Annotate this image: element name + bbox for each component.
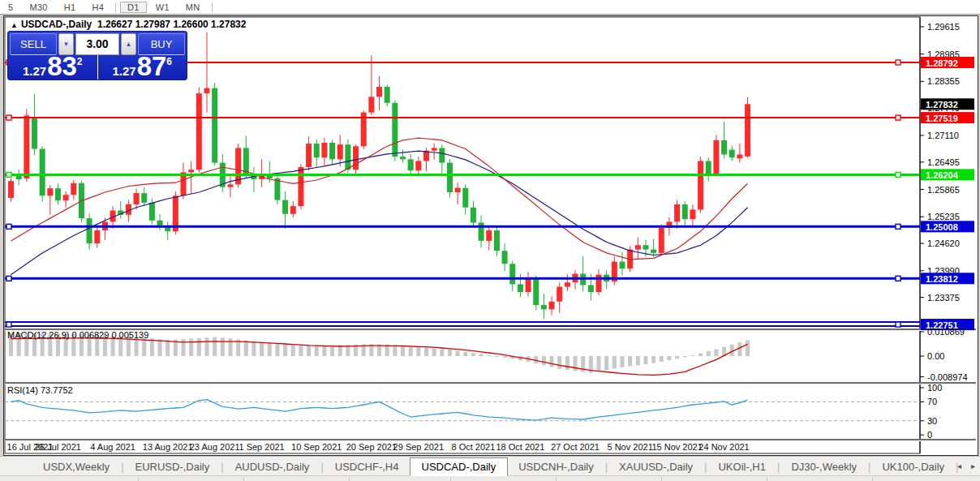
- macd-histogram-bar: [409, 346, 413, 356]
- macd-histogram-bar: [221, 337, 225, 356]
- hline-1.26204[interactable]: [5, 172, 920, 177]
- macd-histogram-bar: [707, 351, 711, 356]
- timeframe-button-W1[interactable]: W1: [148, 2, 177, 13]
- hline-handle[interactable]: [896, 172, 900, 177]
- candle-body: [274, 178, 280, 200]
- candle-body: [462, 188, 468, 208]
- macd-histogram-bar: [690, 355, 694, 356]
- chart-window[interactable]: 1.296151.289851.283551.277401.271101.264…: [3, 15, 978, 456]
- macd-histogram-bar: [550, 356, 554, 367]
- timeframe-button-H4[interactable]: H4: [84, 2, 111, 13]
- volume-increase-button[interactable]: ▲: [121, 33, 136, 55]
- macd-histogram-bar: [471, 353, 475, 356]
- hline-handle[interactable]: [6, 322, 11, 327]
- hline-handle[interactable]: [6, 172, 11, 177]
- hline-handle[interactable]: [896, 276, 900, 281]
- symbol-tab-uk100-daily[interactable]: UK100-,Daily: [871, 458, 955, 475]
- candle-body: [408, 159, 414, 170]
- hline-1.23812[interactable]: [5, 276, 920, 281]
- svg-text:1.28792: 1.28792: [926, 58, 958, 68]
- macd-histogram-bar: [393, 345, 397, 356]
- symbol-tab-usdchf-h4[interactable]: USDCHF-,H4: [325, 458, 410, 475]
- candle-body: [509, 264, 515, 284]
- candle-body: [55, 188, 61, 200]
- date-tick-label: 29 Sep 2021: [393, 442, 444, 452]
- candle-body: [368, 97, 374, 112]
- candle-body: [196, 93, 202, 170]
- macd-histogram-bar: [503, 356, 507, 358]
- macd-histogram-bar: [714, 349, 718, 356]
- hline-handle[interactable]: [6, 224, 11, 229]
- candle-body: [706, 161, 711, 174]
- hline-handle[interactable]: [896, 322, 900, 327]
- volume-input[interactable]: 3.00: [75, 33, 119, 55]
- macd-histogram-bar: [150, 338, 154, 356]
- hline-handle[interactable]: [896, 115, 900, 120]
- macd-histogram-bar: [698, 354, 703, 356]
- candle-body: [659, 228, 664, 253]
- hline-1.22751[interactable]: [5, 322, 920, 327]
- candle-body: [721, 140, 727, 155]
- symbol-tab-audusd-daily[interactable]: AUDUSD-,Daily: [225, 458, 320, 475]
- candle-body: [321, 143, 327, 157]
- timeframe-button-5[interactable]: 5: [1, 2, 20, 13]
- candle-body: [619, 262, 625, 269]
- macd-histogram-bar: [182, 339, 186, 356]
- date-tick-label: 23 Aug 2021: [190, 442, 240, 452]
- candle-body: [486, 230, 492, 241]
- symbol-tab-usdcnh-daily[interactable]: USDCNH-,Daily: [508, 458, 604, 475]
- macd-histogram-bar: [275, 344, 279, 356]
- candle-body: [635, 245, 641, 249]
- candle-body: [71, 183, 76, 195]
- hline-1.25008[interactable]: [5, 224, 920, 229]
- macd-histogram-bar: [448, 350, 452, 356]
- tabs-scroll-left-icon[interactable]: ◂: [957, 462, 961, 470]
- macd-histogram-bar: [636, 356, 640, 365]
- timeframe-button-MN[interactable]: MN: [178, 2, 208, 13]
- candle-body: [557, 287, 562, 302]
- candle-body: [690, 209, 695, 219]
- date-tick-label: 5 Nov 2021: [608, 442, 653, 452]
- candle-body: [588, 285, 594, 292]
- hline-handle[interactable]: [6, 276, 11, 281]
- date-tick-label: 20 Sep 2021: [346, 442, 397, 452]
- symbol-tab-eurusd-daily[interactable]: EURUSD-,Daily: [125, 458, 221, 475]
- hline-handle[interactable]: [896, 60, 900, 65]
- macd-histogram-bar: [612, 356, 617, 368]
- date-tick-label: 13 Aug 2021: [143, 442, 193, 452]
- timeframe-toolbar: 5M30H1H4D1W1MN: [0, 0, 980, 15]
- date-tick-label: 26 Jul 2021: [35, 442, 81, 452]
- symbol-arrow-icon: ▲: [11, 21, 18, 29]
- symbol-tab-usdx-weekly[interactable]: USDX,Weekly: [32, 458, 120, 475]
- symbol-tab-ukoil-h1[interactable]: UKOil-,H1: [707, 458, 776, 475]
- price-chart-canvas[interactable]: 1.296151.289851.283551.277401.271101.264…: [4, 16, 978, 455]
- hline-handle[interactable]: [6, 115, 11, 120]
- candle-body: [345, 144, 350, 170]
- symbol-tab-dj30-weekly[interactable]: DJ30-,Weekly: [780, 458, 867, 475]
- macd-histogram-bar: [401, 346, 405, 356]
- macd-histogram-bar: [574, 356, 578, 371]
- hline-handle[interactable]: [896, 224, 900, 229]
- buy-price-prefix: 1.27: [112, 65, 135, 77]
- timeframe-button-H1[interactable]: H1: [57, 2, 84, 13]
- macd-histogram-bar: [628, 356, 632, 367]
- candle-body: [447, 163, 453, 192]
- sell-price-display[interactable]: 1.27 83 2: [8, 55, 97, 79]
- macd-histogram-bar: [205, 337, 209, 356]
- hline-1.27519[interactable]: [5, 115, 920, 120]
- buy-price-display[interactable]: 1.27 87 6: [97, 55, 187, 79]
- tabs-scroll-right-icon[interactable]: ▸: [971, 462, 975, 470]
- symbol-tab-xauusd-daily[interactable]: XAUUSD-,Daily: [608, 458, 703, 475]
- macd-histogram-bar: [299, 346, 303, 356]
- svg-text:1.25008: 1.25008: [926, 222, 958, 232]
- macd-histogram-bar: [197, 338, 201, 356]
- date-tick-label: 4 Aug 2021: [90, 442, 135, 452]
- chart-symbol-title: USDCAD-,Daily: [21, 19, 92, 30]
- symbol-tab-usdcad-daily[interactable]: USDCAD-,Daily: [410, 457, 509, 476]
- timeframe-button-D1[interactable]: D1: [120, 2, 147, 13]
- macd-label: MACD(12,26,9) 0.006829 0.005139: [7, 330, 148, 340]
- timeframe-button-M30[interactable]: M30: [22, 2, 54, 13]
- macd-histogram-bar: [283, 344, 287, 356]
- candle-body: [494, 230, 500, 251]
- candle-body: [455, 188, 461, 192]
